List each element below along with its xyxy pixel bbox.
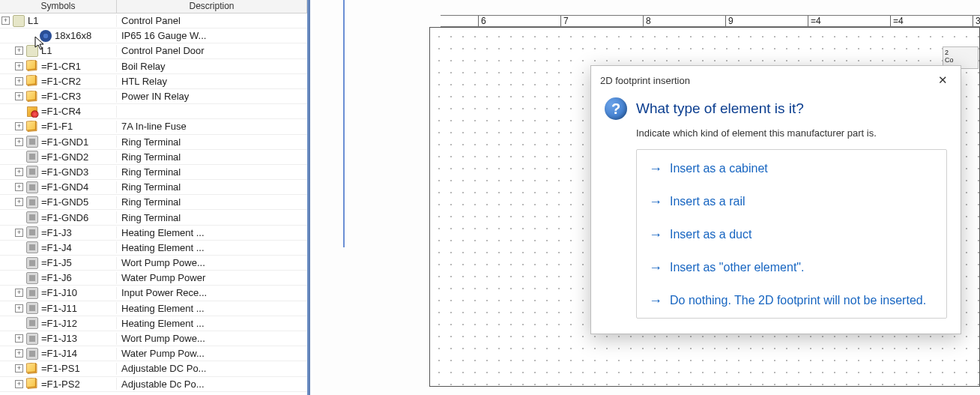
- tree-description: Control Panel Door: [117, 45, 307, 56]
- tree-description: Ring Terminal: [117, 151, 307, 163]
- tree-row[interactable]: =F1-J6Water Pump Power: [0, 271, 307, 286]
- tree-symbol-label: =F1-GND1: [41, 136, 88, 148]
- expand-toggle[interactable]: +: [15, 46, 23, 55]
- expand-toggle[interactable]: +: [15, 198, 23, 206]
- tree-row[interactable]: =F1-J12Heating Element ...: [0, 316, 307, 331]
- tree-row[interactable]: +L1Control Panel: [0, 13, 307, 28]
- tree-row[interactable]: =F1-CR4: [0, 104, 307, 119]
- mini-row-b: Co: [945, 56, 976, 64]
- tree-row[interactable]: +=F1-CR1Boil Relay: [0, 59, 307, 74]
- ruler-tick: =4: [808, 16, 821, 26]
- expand-toggle[interactable]: +: [15, 380, 23, 388]
- tree-row[interactable]: +=F1-F17A In-line Fuse: [0, 119, 307, 134]
- terminal-icon: [26, 348, 38, 360]
- terminal-icon: [26, 333, 38, 345]
- tree-row[interactable]: +=F1-GND3Ring Terminal: [0, 165, 307, 180]
- arrow-right-icon: →: [649, 193, 662, 210]
- dialog-option[interactable]: →Insert as a rail: [649, 193, 934, 210]
- tree-row[interactable]: +=F1-CR2HTL Relay: [0, 74, 307, 89]
- expand-toggle[interactable]: +: [15, 229, 23, 237]
- expand-toggle[interactable]: +: [15, 183, 23, 191]
- box3d-icon: [28, 121, 37, 132]
- col-header-symbols[interactable]: Symbols: [0, 0, 117, 13]
- tree-row[interactable]: +L1Control Panel Door: [0, 43, 307, 58]
- expand-toggle[interactable]: +: [15, 138, 23, 146]
- expand-toggle[interactable]: +: [15, 304, 23, 313]
- tree-symbol-label: L1: [28, 15, 38, 26]
- tree-symbol-label: =F1-J10: [41, 287, 77, 298]
- tree-row[interactable]: +=F1-J11Heating Element ...: [0, 301, 307, 316]
- expand-toggle[interactable]: +: [15, 62, 23, 70]
- tree-row[interactable]: +=F1-GND1Ring Terminal: [0, 135, 307, 150]
- ruler-tick: =4: [890, 16, 904, 26]
- terminal-icon: [26, 151, 38, 163]
- tree-symbol-label: =F1-F1: [41, 121, 73, 132]
- horizontal-ruler[interactable]: 6789=4=43: [441, 15, 980, 27]
- expand-toggle[interactable]: +: [15, 349, 23, 358]
- gear-icon: [40, 30, 52, 42]
- tree-row[interactable]: =F1-J4Heating Element ...: [0, 241, 307, 256]
- tree-row[interactable]: 18x16x8IP65 16 Gauge W...: [0, 28, 307, 43]
- dialog-option[interactable]: →Do nothing. The 2D footprint will not b…: [649, 292, 934, 309]
- tree-symbol-label: 18x16x8: [55, 30, 91, 41]
- terminal-icon: [26, 136, 38, 148]
- tree-description: Ring Terminal: [117, 181, 307, 193]
- terminal-icon: [26, 181, 38, 193]
- dialog-option[interactable]: →Insert as a cabinet: [649, 160, 934, 177]
- expand-toggle[interactable]: +: [15, 289, 23, 297]
- expand-toggle[interactable]: +: [15, 168, 23, 176]
- tree-symbol-label: =F1-GND3: [41, 166, 88, 178]
- tree-row[interactable]: =F1-GND2Ring Terminal: [0, 150, 307, 165]
- dialog-option[interactable]: →Insert as a duct: [649, 226, 934, 243]
- tree-row[interactable]: +=F1-J13Wort Pump Powe...: [0, 331, 307, 346]
- tree-row[interactable]: +=F1-GND4Ring Terminal: [0, 180, 307, 195]
- terminal-icon: [26, 241, 38, 253]
- tree-description: Control Panel: [117, 15, 307, 26]
- arrow-right-icon: →: [649, 259, 662, 276]
- tree-description: Ring Terminal: [117, 166, 307, 178]
- tree-symbol-label: =F1-PS2: [41, 379, 80, 390]
- footprint-dialog: 2D footprint insertion ✕ ? What type of …: [590, 65, 961, 334]
- tree-description: Adjustable DC Po...: [117, 363, 307, 374]
- terminal-icon: [26, 166, 38, 178]
- tree-description: Power IN Relay: [117, 91, 307, 102]
- mini-row-a: 2: [945, 49, 976, 56]
- tree-row[interactable]: +=F1-GND5Ring Terminal: [0, 195, 307, 210]
- dialog-option-label: Insert as "other element".: [670, 259, 804, 276]
- tree-description: Ring Terminal: [117, 212, 307, 223]
- col-header-description[interactable]: Description: [117, 0, 307, 13]
- tree-column-headers: Symbols Description: [0, 0, 307, 13]
- box3d-icon: [28, 364, 37, 374]
- tree-row[interactable]: =F1-GND6Ring Terminal: [0, 210, 307, 225]
- tree-row[interactable]: +=F1-PS2Adjustable Dc Po...: [0, 377, 307, 392]
- tree-symbol-label: =F1-CR2: [41, 76, 81, 87]
- tree-symbol-label: =F1-CR4: [41, 106, 81, 117]
- tree-row[interactable]: =F1-J5Wort Pump Powe...: [0, 256, 307, 271]
- tree-row[interactable]: +=F1-J14Water Pump Pow...: [0, 346, 307, 361]
- tree-description: Wort Pump Powe...: [117, 257, 307, 268]
- tree-row[interactable]: +=F1-J3Heating Element ...: [0, 226, 307, 241]
- tree-description: IP65 16 Gauge W...: [117, 30, 307, 41]
- expand-toggle[interactable]: +: [15, 334, 23, 343]
- expand-toggle[interactable]: +: [15, 122, 23, 130]
- tree-row[interactable]: +=F1-CR3Power IN Relay: [0, 89, 307, 104]
- dialog-subtitle: Indicate which kind of element this manu…: [636, 127, 947, 139]
- ruler-tick: 7: [560, 16, 569, 26]
- tree-row[interactable]: +=F1-PS1Adjustable DC Po...: [0, 361, 307, 376]
- tree-description: Water Pump Power: [117, 272, 307, 283]
- dialog-options: →Insert as a cabinet→Insert as a rail→In…: [636, 149, 947, 319]
- expand-toggle[interactable]: +: [1, 16, 10, 25]
- tree-row[interactable]: +=F1-J10Input Power Rece...: [0, 286, 307, 301]
- tree-description: 7A In-line Fuse: [117, 121, 307, 132]
- tree-description: Adjustable Dc Po...: [117, 379, 307, 390]
- tree-description: Heating Element ...: [117, 227, 307, 238]
- tree-description: Input Power Rece...: [117, 287, 307, 298]
- expand-toggle[interactable]: +: [15, 364, 23, 373]
- expand-toggle[interactable]: +: [15, 77, 23, 85]
- tree-symbol-label: =F1-GND2: [41, 151, 88, 163]
- close-icon[interactable]: ✕: [932, 72, 953, 88]
- dialog-option[interactable]: →Insert as "other element".: [649, 259, 934, 276]
- terminal-icon: [26, 257, 38, 269]
- symbols-tree-panel: Symbols Description +L1Control Panel18x1…: [0, 0, 310, 395]
- expand-toggle[interactable]: +: [15, 92, 23, 100]
